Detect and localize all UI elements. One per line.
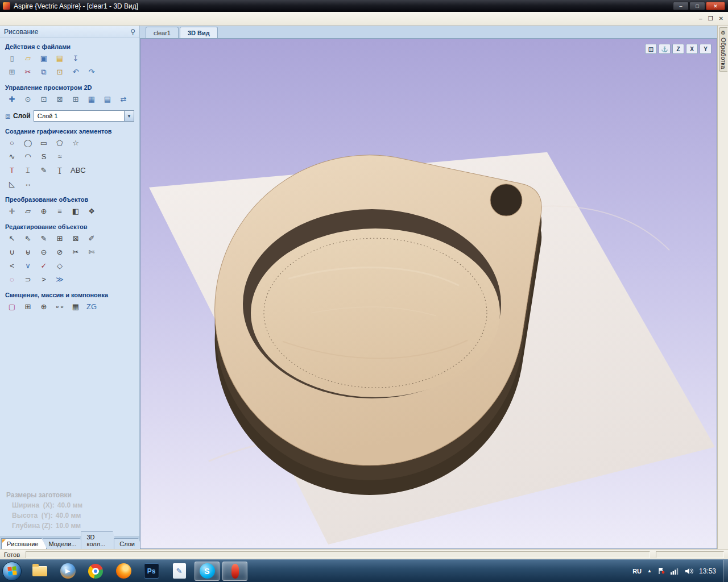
save-file-icon[interactable]: ▣ <box>37 52 51 64</box>
zoom-box-icon[interactable]: ⊡ <box>37 93 51 105</box>
quick-edit-icon[interactable]: ✐ <box>85 232 98 244</box>
mdi-restore-button[interactable]: ❐ <box>708 15 713 22</box>
chevron-down-icon[interactable]: ▼ <box>124 111 134 121</box>
layer-select[interactable]: Слой 1 ▼ <box>34 110 134 122</box>
draw-star-icon[interactable]: ☆ <box>69 136 82 149</box>
pan-icon[interactable]: ✚ <box>5 93 19 105</box>
set-size-icon[interactable]: ▱ <box>21 205 35 217</box>
close-vector-icon[interactable]: ⊃ <box>21 273 35 285</box>
action-center-icon[interactable] <box>657 567 665 575</box>
volume-icon[interactable] <box>685 568 693 575</box>
menu-help[interactable] <box>64 16 74 21</box>
draw-polygon-icon[interactable]: ⬠ <box>53 136 67 149</box>
fit-bezier-icon[interactable]: ∨ <box>21 259 35 272</box>
group-icon[interactable]: ∪ <box>5 246 19 258</box>
view-along-y-icon[interactable]: Y <box>700 44 712 54</box>
align-objects-icon[interactable]: ≡ <box>53 205 67 217</box>
menu-file[interactable] <box>2 16 13 21</box>
menu-toolpaths[interactable] <box>33 16 43 21</box>
taskbar-photoshop[interactable]: Ps <box>139 562 164 581</box>
join-vectors-icon[interactable]: ◌ <box>5 273 19 285</box>
measure-points-icon[interactable]: ≫ <box>53 273 67 285</box>
taskbar-red-app[interactable] <box>222 562 247 581</box>
tab-clear1[interactable]: clear1 <box>146 27 179 38</box>
toolpaths-tab[interactable]: ⚙ Обработка <box>719 27 727 72</box>
move-icon[interactable]: ✛ <box>5 205 19 217</box>
array-copy-icon[interactable]: ⊞ <box>21 300 35 313</box>
taskbar-explorer[interactable] <box>27 562 52 581</box>
ungroup-icon[interactable]: ⊎ <box>21 246 35 258</box>
taskbar-media-player[interactable]: ▶ <box>55 562 80 581</box>
cut-icon[interactable]: ✂ <box>21 65 35 78</box>
text-spacing-icon[interactable]: ABC <box>69 164 88 176</box>
fit-lines-icon[interactable]: < <box>5 259 19 272</box>
menu-modeling[interactable] <box>23 16 33 21</box>
taskbar-chrome[interactable] <box>83 562 108 581</box>
nesting-icon[interactable]: ▦ <box>69 300 82 313</box>
paste-icon[interactable]: ⊡ <box>53 65 67 78</box>
panel-tab-modeling[interactable]: Модели... <box>43 538 85 549</box>
weld-icon[interactable]: ⊖ <box>37 246 51 258</box>
maximize-button[interactable]: □ <box>689 2 705 10</box>
job-setup-icon[interactable]: ⊞ <box>5 65 19 78</box>
offset-icon[interactable]: ▢ <box>5 300 19 313</box>
mdi-minimize-button[interactable]: – <box>699 15 702 22</box>
grid-icon[interactable]: ▦ <box>85 93 98 105</box>
redo-icon[interactable]: ↷ <box>85 65 98 78</box>
draw-curve-icon[interactable]: S <box>37 150 51 163</box>
start-button[interactable] <box>2 562 22 581</box>
minimize-button[interactable]: – <box>673 2 689 10</box>
mdi-close-button[interactable]: ✕ <box>719 15 723 22</box>
menu-view[interactable] <box>43 16 53 21</box>
copy-along-curve-icon[interactable]: ∘∘ <box>53 300 67 313</box>
draw-arc-icon[interactable]: ◠ <box>21 150 35 163</box>
open-folder-icon[interactable]: ▤ <box>53 52 67 64</box>
text-select-icon[interactable]: ✎ <box>37 164 51 176</box>
panel-tab-drawing[interactable]: Рисование <box>1 538 47 549</box>
menu-gadgets[interactable] <box>53 16 64 21</box>
center-in-material-icon[interactable]: ⊕ <box>37 205 51 217</box>
ruler-icon[interactable]: ▤ <box>101 93 114 105</box>
new-file-icon[interactable]: ▯ <box>5 52 19 64</box>
text-on-curve-icon[interactable]: Ṯ <box>53 164 67 176</box>
distort-icon[interactable]: ❖ <box>85 205 98 217</box>
edit-objects-icon[interactable]: ✎ <box>37 232 51 244</box>
draw-text-icon[interactable]: T <box>5 164 19 176</box>
network-icon[interactable] <box>671 568 679 575</box>
extend-icon[interactable]: > <box>37 273 51 285</box>
menu-editor[interactable] <box>13 16 23 21</box>
vector-texture-icon[interactable]: ◺ <box>5 177 19 190</box>
node-edit-icon[interactable]: ⇖ <box>21 232 35 244</box>
grid-edit-icon[interactable]: ⊞ <box>53 232 67 244</box>
close-button[interactable]: ✕ <box>706 2 725 10</box>
keyboard-layout[interactable]: RU <box>632 568 642 575</box>
view-iso-icon[interactable]: ◫ <box>645 44 657 54</box>
draw-freehand-icon[interactable]: ≈ <box>53 150 67 163</box>
vector-validator-icon[interactable]: ZG <box>85 300 98 313</box>
view-along-x-icon[interactable]: X <box>686 44 698 54</box>
fit-curves-icon[interactable]: ◇ <box>53 259 67 272</box>
text-box-icon[interactable]: ⌶ <box>21 164 35 176</box>
zoom-selected-icon[interactable]: ⊞ <box>69 93 82 105</box>
draw-polyline-icon[interactable]: ∿ <box>5 150 19 163</box>
panel-tab-layers[interactable]: Слои <box>114 538 143 549</box>
panel-tab-clipart[interactable]: 3D колл... <box>81 531 118 549</box>
open-file-icon[interactable]: ▱ <box>21 52 35 64</box>
knife-icon[interactable]: ✄ <box>85 246 98 258</box>
clock[interactable]: 13:53 <box>699 567 716 575</box>
select-icon[interactable]: ↖ <box>5 232 19 244</box>
draw-ellipse-icon[interactable]: ◯ <box>21 136 35 149</box>
show-desktop-button[interactable] <box>723 560 728 582</box>
fit-arcs-icon[interactable]: ✓ <box>37 259 51 272</box>
3d-viewport[interactable]: ◫⚓ZXY <box>140 39 717 549</box>
view-anchor-icon[interactable]: ⚓ <box>659 44 671 54</box>
draw-circle-icon[interactable]: ○ <box>5 136 19 149</box>
dimension-icon[interactable]: ↔ <box>21 177 35 190</box>
tab-3d-view[interactable]: 3D Вид <box>180 27 218 38</box>
import-icon[interactable]: ↧ <box>69 52 82 64</box>
hidden-icons-button[interactable]: ▲ <box>647 568 652 573</box>
measure-icon[interactable]: ⊠ <box>69 232 82 244</box>
undo-icon[interactable]: ↶ <box>69 65 82 78</box>
taskbar-firefox[interactable] <box>111 562 136 581</box>
trim-icon[interactable]: ✂ <box>69 246 82 258</box>
